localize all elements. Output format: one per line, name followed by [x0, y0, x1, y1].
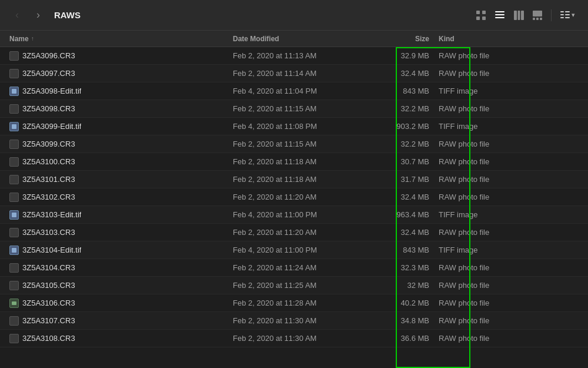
group-button[interactable]: ▾ — [556, 6, 579, 24]
table-row[interactable]: 3Z5A3102.CR3 Feb 2, 2020 at 11:20 AM 32.… — [0, 188, 588, 206]
table-row[interactable]: 3Z5A3105.CR3 Feb 2, 2020 at 11:25 AM 32 … — [0, 277, 588, 294]
svg-rect-0 — [476, 11, 480, 14]
cell-date: Feb 2, 2020 at 11:18 AM — [233, 175, 368, 184]
file-name: 3Z5A3099-Edit.tif — [22, 122, 81, 131]
file-name: 3Z5A3099.CR3 — [22, 140, 75, 148]
cell-kind: RAW photo file — [439, 299, 579, 307]
raw-icon — [9, 263, 19, 273]
view-icon-gallery[interactable] — [529, 6, 546, 24]
table-row[interactable]: 3Z5A3107.CR3 Feb 2, 2020 at 11:30 AM 34.… — [0, 312, 588, 330]
cell-kind: RAW photo file — [439, 175, 579, 184]
raw-icon — [9, 228, 19, 237]
cell-date: Feb 2, 2020 at 11:13 AM — [233, 51, 368, 60]
cell-size: 32.2 MB — [368, 104, 439, 113]
raw-icon — [9, 334, 19, 343]
file-name: 3Z5A3096.CR3 — [22, 51, 75, 60]
cell-name: 3Z5A3101.CR3 — [9, 175, 233, 184]
cell-size: 32.9 MB — [368, 51, 439, 60]
raw-icon — [9, 157, 19, 167]
cell-date: Feb 2, 2020 at 11:14 AM — [233, 69, 368, 78]
forward-button[interactable]: › — [31, 8, 46, 23]
svg-rect-17 — [565, 14, 570, 15]
svg-rect-15 — [565, 11, 570, 12]
column-header-size[interactable]: Size — [368, 35, 439, 43]
cell-name: 3Z5A3108.CR3 — [9, 334, 233, 343]
file-name: 3Z5A3097.CR3 — [22, 69, 75, 78]
cell-name: 3Z5A3105.CR3 — [9, 281, 233, 290]
view-icon-grid[interactable] — [472, 6, 490, 24]
tif-icon — [9, 87, 19, 96]
cell-kind: RAW photo file — [439, 334, 579, 343]
cell-name: 3Z5A3099-Edit.tif — [9, 122, 233, 131]
cell-name: 3Z5A3104.CR3 — [9, 263, 233, 273]
file-list: 3Z5A3096.CR3 Feb 2, 2020 at 11:13 AM 32.… — [0, 47, 588, 368]
table-row[interactable]: 3Z5A3101.CR3 Feb 2, 2020 at 11:18 AM 31.… — [0, 171, 588, 188]
cell-name: 3Z5A3103.CR3 — [9, 228, 233, 237]
svg-rect-12 — [536, 18, 539, 20]
tif-icon — [9, 210, 19, 220]
view-icon-list[interactable] — [491, 6, 509, 24]
table-row[interactable]: 3Z5A3106.CR3 Feb 2, 2020 at 11:28 AM 40.… — [0, 294, 588, 312]
table-row[interactable]: 3Z5A3104-Edit.tif Feb 4, 2020 at 11:00 P… — [0, 241, 588, 259]
table-row[interactable]: 3Z5A3099.CR3 Feb 2, 2020 at 11:15 AM 32.… — [0, 135, 588, 153]
svg-rect-16 — [560, 14, 564, 15]
cell-name: 3Z5A3102.CR3 — [9, 193, 233, 202]
file-name: 3Z5A3100.CR3 — [22, 157, 75, 166]
table-row[interactable]: 3Z5A3097.CR3 Feb 2, 2020 at 11:14 AM 32.… — [0, 65, 588, 82]
table-row[interactable]: 3Z5A3103-Edit.tif Feb 4, 2020 at 11:00 P… — [0, 206, 588, 224]
column-header-kind[interactable]: Kind — [439, 35, 579, 43]
tif-icon — [9, 122, 19, 131]
svg-rect-11 — [533, 18, 535, 20]
cell-kind: RAW photo file — [439, 228, 579, 237]
table-row[interactable]: 3Z5A3100.CR3 Feb 2, 2020 at 11:18 AM 30.… — [0, 153, 588, 171]
raw-icon — [9, 299, 19, 308]
toolbar-divider — [551, 9, 552, 21]
group-chevron: ▾ — [572, 11, 575, 19]
table-row[interactable]: 3Z5A3103.CR3 Feb 2, 2020 at 11:20 AM 32.… — [0, 224, 588, 241]
cell-date: Feb 4, 2020 at 11:00 PM — [233, 246, 368, 254]
column-header-date[interactable]: Date Modified — [233, 35, 368, 43]
view-icon-columns[interactable] — [510, 6, 527, 24]
cell-size: 36.6 MB — [368, 334, 439, 343]
cell-date: Feb 4, 2020 at 11:08 PM — [233, 122, 368, 131]
table-row[interactable]: 3Z5A3098.CR3 Feb 2, 2020 at 11:15 AM 32.… — [0, 100, 588, 118]
view-controls: ▾ — [472, 6, 579, 24]
svg-rect-8 — [518, 11, 520, 20]
cell-kind: RAW photo file — [439, 193, 579, 201]
cell-name: 3Z5A3107.CR3 — [9, 316, 233, 326]
file-name: 3Z5A3102.CR3 — [22, 193, 75, 201]
svg-rect-10 — [533, 11, 542, 16]
cell-date: Feb 4, 2020 at 11:04 PM — [233, 87, 368, 95]
cell-kind: RAW photo file — [439, 140, 579, 148]
cell-kind: RAW photo file — [439, 316, 579, 325]
cell-date: Feb 2, 2020 at 11:24 AM — [233, 263, 368, 272]
cell-name: 3Z5A3096.CR3 — [9, 51, 233, 61]
cell-kind: TIFF image — [439, 122, 579, 131]
cell-name: 3Z5A3098.CR3 — [9, 104, 233, 114]
cell-size: 903.2 MB — [368, 122, 439, 131]
cell-size: 32.4 MB — [368, 228, 439, 237]
svg-rect-18 — [560, 17, 564, 18]
back-button[interactable]: ‹ — [9, 8, 25, 23]
file-name: 3Z5A3107.CR3 — [22, 316, 75, 325]
table-row[interactable]: 3Z5A3099-Edit.tif Feb 4, 2020 at 11:08 P… — [0, 118, 588, 135]
cell-date: Feb 2, 2020 at 11:30 AM — [233, 316, 368, 325]
table-row[interactable]: 3Z5A3108.CR3 Feb 2, 2020 at 11:30 AM 36.… — [0, 330, 588, 347]
file-name: 3Z5A3103-Edit.tif — [22, 210, 81, 219]
cell-kind: RAW photo file — [439, 157, 579, 166]
column-header-name[interactable]: Name ↑ — [9, 35, 233, 43]
raw-icon — [9, 193, 19, 202]
cell-size: 34.8 MB — [368, 316, 439, 325]
raw-icon — [9, 104, 19, 114]
cell-size: 963.4 MB — [368, 210, 439, 219]
table-row[interactable]: 3Z5A3098-Edit.tif Feb 4, 2020 at 11:04 P… — [0, 82, 588, 100]
file-name: 3Z5A3108.CR3 — [22, 334, 75, 343]
cell-date: Feb 4, 2020 at 11:00 PM — [233, 210, 368, 219]
file-name: 3Z5A3098-Edit.tif — [22, 87, 81, 95]
cell-size: 30.7 MB — [368, 157, 439, 166]
table-row[interactable]: 3Z5A3104.CR3 Feb 2, 2020 at 11:24 AM 32.… — [0, 259, 588, 277]
window-title: RAWS — [54, 10, 466, 20]
table-row[interactable]: 3Z5A3096.CR3 Feb 2, 2020 at 11:13 AM 32.… — [0, 47, 588, 65]
cell-date: Feb 2, 2020 at 11:28 AM — [233, 299, 368, 307]
svg-rect-14 — [560, 11, 564, 12]
